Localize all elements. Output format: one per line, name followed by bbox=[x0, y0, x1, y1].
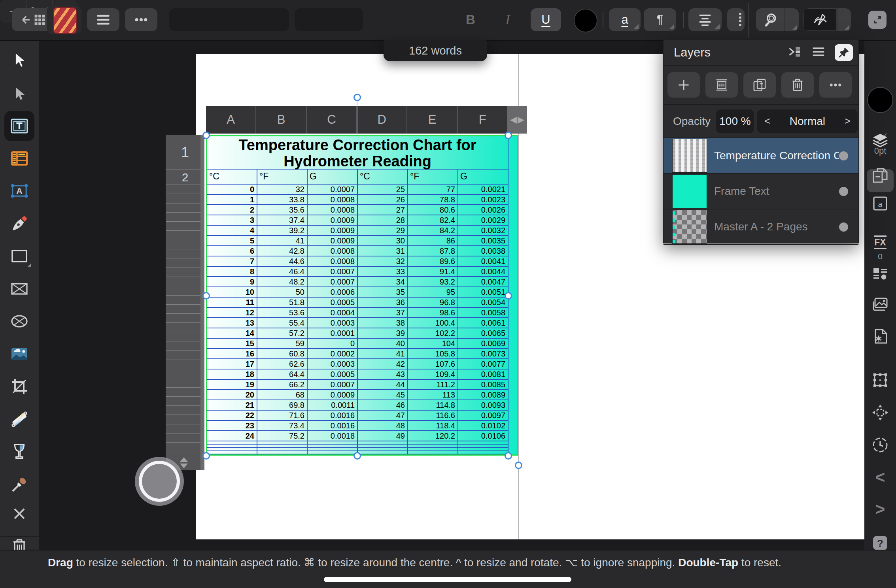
table-cell[interactable]: 0 bbox=[308, 339, 358, 349]
table-cell[interactable]: 4 bbox=[207, 226, 257, 236]
table-row[interactable]: 1253.60.00043798.60.0058 bbox=[207, 308, 508, 318]
row-header-31[interactable] bbox=[166, 443, 204, 452]
history-panel-icon[interactable] bbox=[864, 434, 896, 456]
table-cell[interactable]: 114.8 bbox=[408, 400, 458, 411]
table-cell[interactable]: 34 bbox=[358, 277, 408, 287]
table-title[interactable]: Temperature Correction Chart for Hydrome… bbox=[207, 136, 508, 170]
table-cell[interactable]: 0.0011 bbox=[308, 400, 358, 411]
table-col-title-0[interactable]: °C bbox=[207, 170, 257, 185]
table-cell[interactable]: 0.0077 bbox=[458, 359, 508, 369]
table-cell[interactable] bbox=[408, 448, 458, 451]
table-cell[interactable]: 0.0089 bbox=[458, 390, 508, 400]
table-cell[interactable]: 11 bbox=[207, 298, 257, 308]
selection-handle[interactable] bbox=[353, 452, 361, 460]
window-mode-button[interactable] bbox=[868, 11, 887, 29]
zoom-tool-flyout[interactable] bbox=[784, 8, 799, 31]
table-cell[interactable]: 0.0008 bbox=[308, 256, 358, 267]
selection-handle[interactable] bbox=[202, 452, 210, 460]
table-cell[interactable]: 35.6 bbox=[257, 205, 308, 215]
table-cell[interactable]: 44 bbox=[358, 380, 408, 390]
row-header-3[interactable] bbox=[166, 185, 204, 194]
row-header-27[interactable] bbox=[166, 406, 204, 415]
selection-handle[interactable] bbox=[505, 452, 512, 460]
table-row[interactable]: 15590401040.0069 bbox=[207, 339, 508, 349]
table-cell[interactable]: 57.2 bbox=[257, 328, 308, 339]
layer-row[interactable]: Frame Text bbox=[663, 174, 858, 209]
table-cell[interactable]: 30 bbox=[358, 236, 408, 246]
table-cell[interactable]: 0.0009 bbox=[308, 226, 358, 236]
table-cell[interactable]: 37.4 bbox=[257, 215, 308, 226]
table-cell[interactable]: 5 bbox=[207, 236, 257, 246]
layer-row[interactable]: Master A - 2 Pages bbox=[663, 209, 858, 245]
table-row[interactable]: 337.40.00092882.40.0029 bbox=[207, 215, 508, 226]
tool-move[interactable] bbox=[4, 45, 34, 75]
table-cell[interactable]: 0.0005 bbox=[308, 369, 358, 380]
table-object[interactable]: Temperature Correction Chart for Hydrome… bbox=[206, 135, 518, 456]
column-header-E[interactable]: E bbox=[406, 106, 457, 134]
table-row[interactable]: 2373.40.001648118.40.0102 bbox=[207, 421, 508, 431]
table-cell[interactable]: 17 bbox=[207, 359, 257, 369]
bold-button[interactable]: B bbox=[463, 8, 478, 31]
table-cell[interactable]: 0.0047 bbox=[458, 277, 508, 287]
table-col-title-3[interactable]: °C bbox=[358, 170, 408, 185]
table-cell[interactable]: 42 bbox=[358, 359, 408, 369]
table-cell[interactable]: 0.0018 bbox=[308, 431, 358, 441]
table-cell[interactable] bbox=[308, 451, 358, 454]
table-cell[interactable]: 39 bbox=[358, 328, 408, 339]
table-cell[interactable]: 0.0005 bbox=[308, 298, 358, 308]
row-stepper-up-icon[interactable] bbox=[180, 457, 188, 462]
table-cell[interactable]: 22 bbox=[207, 411, 257, 421]
table-cell[interactable]: 0.0023 bbox=[458, 195, 508, 205]
layer-row[interactable]: Temperature Correction Ch bbox=[663, 138, 858, 174]
tool-art-text[interactable]: A bbox=[4, 176, 34, 206]
table-cell[interactable]: 0.0061 bbox=[458, 318, 508, 328]
table-col-title-5[interactable]: G bbox=[458, 170, 508, 185]
selection-handle[interactable] bbox=[353, 94, 361, 101]
table-column-resize-handle[interactable]: ◀▶ bbox=[507, 106, 527, 134]
row-header-5[interactable] bbox=[166, 204, 204, 213]
table-cell[interactable]: 0.0041 bbox=[458, 256, 508, 267]
table-cell[interactable]: 39.2 bbox=[257, 226, 308, 236]
table-cell[interactable] bbox=[207, 451, 257, 454]
tool-picture-frame-ellipse[interactable] bbox=[4, 306, 34, 336]
column-header-A[interactable]: A bbox=[206, 106, 255, 134]
table-cell[interactable]: 41 bbox=[257, 236, 308, 246]
underline-button[interactable]: U bbox=[531, 8, 561, 31]
table-cell[interactable] bbox=[458, 451, 508, 454]
table-cell[interactable]: 0.0081 bbox=[458, 369, 508, 380]
tool-vector-crop[interactable] bbox=[4, 371, 34, 401]
table-cell[interactable] bbox=[207, 441, 257, 445]
table-cell[interactable]: 105.8 bbox=[408, 349, 458, 359]
table-cell[interactable]: 0.0054 bbox=[458, 298, 508, 308]
row-header-17[interactable] bbox=[166, 314, 204, 323]
table-cell[interactable]: 38 bbox=[358, 318, 408, 328]
table-cell[interactable]: 60.8 bbox=[257, 349, 308, 359]
word-count-popover[interactable]: 162 words bbox=[384, 40, 487, 61]
table-cell[interactable]: 0.0044 bbox=[458, 267, 508, 277]
tool-fill-gradient[interactable] bbox=[4, 404, 34, 434]
table-cell[interactable]: 78.8 bbox=[408, 195, 458, 205]
table-cell[interactable]: 0.0029 bbox=[458, 215, 508, 226]
table-row[interactable]: 5410.000930860.0035 bbox=[207, 236, 508, 246]
table-cell[interactable]: 7 bbox=[207, 256, 257, 267]
table-cell[interactable]: 41 bbox=[358, 349, 408, 359]
table-cell[interactable]: 62.6 bbox=[257, 359, 308, 369]
table-cell[interactable]: 21 bbox=[207, 400, 257, 411]
row-header-25[interactable] bbox=[166, 388, 204, 397]
table-cell[interactable] bbox=[358, 445, 408, 448]
layer-visibility-dot[interactable] bbox=[839, 222, 848, 232]
table-cell[interactable]: 0.0004 bbox=[308, 308, 358, 318]
table-row[interactable]: 1457.20.000139102.20.0065 bbox=[207, 328, 508, 339]
add-layer-button[interactable] bbox=[667, 72, 700, 98]
table-cell[interactable]: 20 bbox=[207, 390, 257, 400]
table-cell[interactable]: 51.8 bbox=[257, 298, 308, 308]
table-cell[interactable]: 12 bbox=[207, 308, 257, 318]
table-row[interactable]: 948.20.00073493.20.0047 bbox=[207, 277, 508, 287]
table-cell[interactable]: 104 bbox=[408, 339, 458, 349]
table-cell[interactable]: 87.8 bbox=[408, 246, 458, 256]
selection-handle[interactable] bbox=[202, 132, 210, 139]
table-cell[interactable]: 33 bbox=[358, 267, 408, 277]
row-header-19[interactable] bbox=[166, 332, 204, 341]
row-header-8[interactable] bbox=[166, 231, 204, 240]
table-cell[interactable]: 118.4 bbox=[408, 421, 458, 431]
